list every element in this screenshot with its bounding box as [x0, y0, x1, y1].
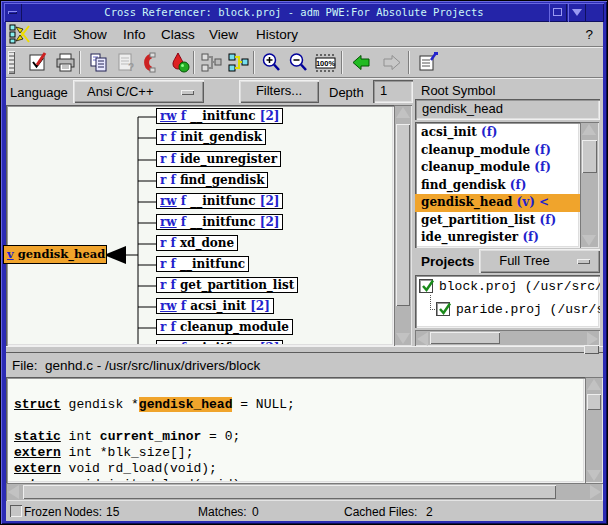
- menu-item-show[interactable]: Show: [73, 27, 107, 42]
- depth-label: Depth: [329, 85, 364, 100]
- maximize-icon: [553, 8, 562, 16]
- menu-help[interactable]: ?: [585, 27, 593, 42]
- zoom-in-button[interactable]: [259, 50, 284, 75]
- graph-node-__initfunc[interactable]: rw f __initfunc [2]: [156, 340, 283, 344]
- project-horizontal-scrollbar[interactable]: [415, 330, 600, 346]
- call-graph-canvas[interactable]: rw f __initfunc [2]r f init_gendiskr f i…: [6, 105, 394, 346]
- symbol-list[interactable]: acsi_init (f)cleanup_module (f)cleanup_m…: [415, 122, 580, 248]
- filters-button[interactable]: Filters...: [239, 80, 319, 103]
- language-value: Ansi C/C++: [87, 84, 153, 99]
- toolbar: [6, 48, 603, 78]
- tree-gray-button[interactable]: [199, 50, 224, 75]
- magnet-icon: [141, 51, 164, 74]
- menu-item-class[interactable]: Class: [161, 27, 195, 42]
- scroll-thumb[interactable]: [23, 485, 556, 499]
- project-mode-dropdown[interactable]: Full Tree: [479, 249, 600, 273]
- graph-node-ide_unregister[interactable]: r f ide_unregister: [156, 151, 281, 167]
- scroll-right-icon[interactable]: [590, 485, 601, 499]
- symbol-item-find_gendisk[interactable]: find_gendisk (f): [415, 177, 580, 195]
- menu-item-edit[interactable]: Edit: [33, 27, 56, 42]
- nodes-label: Nodes:: [64, 505, 102, 519]
- scroll-thumb[interactable]: [430, 332, 500, 344]
- scroll-right-icon[interactable]: [587, 332, 598, 346]
- graph-node-get_partition_list[interactable]: r f get_partition_list: [156, 277, 298, 293]
- magnet-button[interactable]: [140, 50, 165, 75]
- doc-question-button[interactable]: [113, 50, 138, 75]
- graph-root-node[interactable]: v gendisk_head: [3, 245, 107, 264]
- menu-item-history[interactable]: History: [256, 27, 298, 42]
- scroll-down-icon[interactable]: [587, 470, 601, 481]
- symbol-item-cleanup_module[interactable]: cleanup_module (f): [415, 159, 580, 177]
- graph-node-xd_done[interactable]: r f xd_done: [156, 235, 238, 251]
- menu-item-view[interactable]: View: [209, 27, 238, 42]
- scroll-down-icon[interactable]: [582, 235, 596, 246]
- annotate-button[interactable]: [416, 50, 441, 75]
- symbol-item-cleanup_module[interactable]: cleanup_module (f): [415, 142, 580, 160]
- scroll-thumb[interactable]: [587, 394, 601, 410]
- nodes-value: 15: [106, 505, 119, 519]
- symbol-item-get_partition_list[interactable]: get_partition_list (f): [415, 212, 580, 230]
- scroll-up-icon[interactable]: [582, 124, 596, 135]
- scroll-up-icon[interactable]: [587, 379, 601, 390]
- language-dropdown[interactable]: Ansi C/C++: [73, 80, 204, 103]
- edit-check-button[interactable]: [26, 50, 51, 75]
- projects-label: Projects: [421, 254, 474, 269]
- symbol-item-gendisk_head[interactable]: gendisk_head (v) <: [415, 194, 580, 212]
- graph-node-find_gendisk[interactable]: r f find_gendisk: [156, 172, 268, 188]
- option-menu-dash-icon: [577, 259, 590, 264]
- graph-vertical-scrollbar[interactable]: [394, 105, 412, 346]
- zoom-out-button[interactable]: [286, 50, 311, 75]
- graph-node-__initfunc[interactable]: r f __initfunc: [156, 256, 249, 272]
- scroll-up-icon[interactable]: [396, 107, 410, 118]
- back-button[interactable]: [349, 50, 374, 75]
- minimize-button[interactable]: [4, 3, 22, 22]
- project-tree[interactable]: block.proj (/usr/src/linparide.proj (/us…: [415, 275, 600, 328]
- maximize-button[interactable]: [549, 3, 567, 22]
- paint-button[interactable]: [167, 50, 192, 75]
- window-menu-icon: [572, 9, 582, 16]
- window-content: EditShowInfoClassViewHistory ? Language …: [6, 22, 603, 521]
- project-checkbox[interactable]: [419, 279, 433, 293]
- menu-item-info[interactable]: Info: [123, 27, 146, 42]
- scroll-left-icon[interactable]: [417, 332, 428, 346]
- tree-color-icon: [227, 51, 250, 74]
- depth-field[interactable]: 1: [373, 80, 413, 103]
- pane-sash-handle[interactable]: [584, 345, 599, 354]
- title-bar[interactable]: Cross Referencer: block.proj - adm PWE:F…: [4, 3, 604, 22]
- root-access: v: [7, 247, 14, 261]
- annotate-icon: [417, 51, 440, 74]
- zoom-100-button[interactable]: [313, 50, 338, 75]
- forward-button[interactable]: [379, 50, 404, 75]
- toolbar-grip[interactable]: [8, 51, 15, 74]
- project-checkbox[interactable]: [436, 302, 450, 316]
- graph-node-init_gendisk[interactable]: r f init_gendisk: [156, 129, 266, 145]
- printer-icon: [54, 51, 77, 74]
- code-horizontal-scrollbar[interactable]: [6, 483, 603, 501]
- printer-button[interactable]: [53, 50, 78, 75]
- paint-icon: [168, 51, 191, 74]
- project-mode-value: Full Tree: [479, 253, 570, 268]
- zoom-100-icon: [314, 51, 337, 74]
- graph-node-__initfunc[interactable]: rw f __initfunc [2]: [156, 193, 283, 209]
- code-view[interactable]: }); struct gendisk *gendisk_head = NULL;…: [6, 377, 585, 483]
- symbol-item-acsi_init[interactable]: acsi_init (f): [415, 124, 580, 142]
- scroll-thumb[interactable]: [582, 140, 597, 173]
- symbol-list-scrollbar[interactable]: [580, 122, 599, 248]
- window-menu-button[interactable]: [568, 3, 586, 22]
- root-symbol-field[interactable]: gendisk_head: [415, 99, 600, 120]
- graph-node-acsi_init[interactable]: rw f acsi_init [2]: [156, 298, 274, 314]
- scroll-left-icon[interactable]: [8, 485, 19, 499]
- scroll-down-icon[interactable]: [396, 333, 410, 344]
- tree-color-button[interactable]: [226, 50, 251, 75]
- code-vertical-scrollbar[interactable]: [585, 377, 603, 483]
- window-title: Cross Referencer: block.proj - adm PWE:F…: [24, 6, 564, 18]
- graph-node-__initfunc[interactable]: rw f __initfunc [2]: [156, 214, 283, 230]
- copy-button[interactable]: [86, 50, 111, 75]
- frozen-checkbox[interactable]: [10, 505, 22, 517]
- scroll-thumb[interactable]: [396, 124, 410, 306]
- symbol-item-ide_unregister[interactable]: ide_unregister (f): [415, 229, 580, 247]
- frozen-label: Frozen: [24, 505, 61, 519]
- graph-node-__initfunc[interactable]: rw f __initfunc [2]: [156, 108, 283, 124]
- graph-node-cleanup_module[interactable]: r f cleanup_module: [156, 319, 293, 335]
- check-icon: [420, 278, 436, 294]
